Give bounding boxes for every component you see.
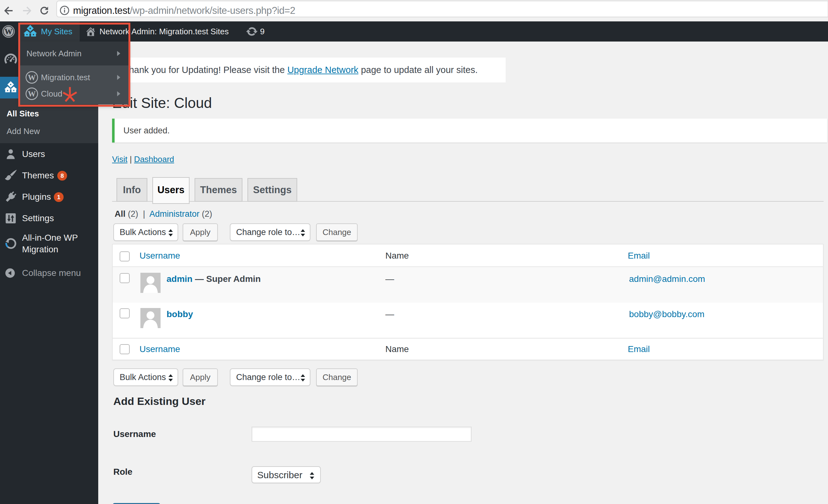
svg-text:W: W [5, 28, 12, 36]
